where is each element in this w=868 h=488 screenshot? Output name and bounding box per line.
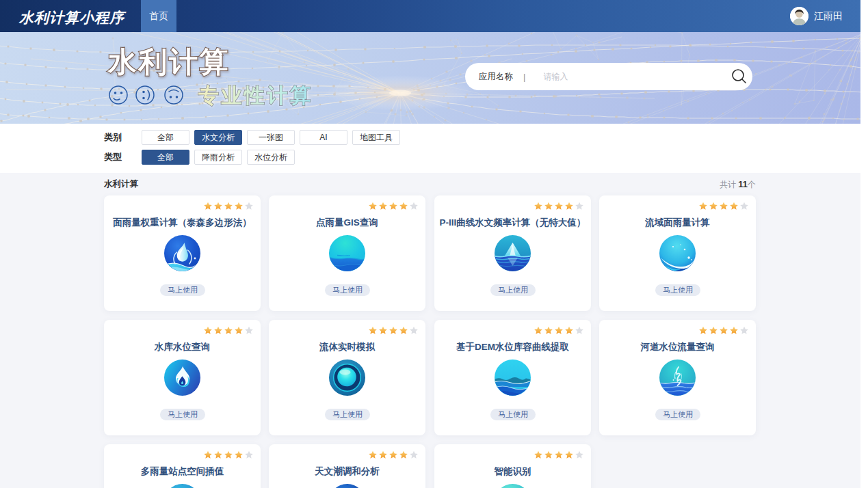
svg-text:水利计算: 水利计算 [107,46,230,78]
svg-text:专业性计算: 专业性计算 [198,84,313,107]
